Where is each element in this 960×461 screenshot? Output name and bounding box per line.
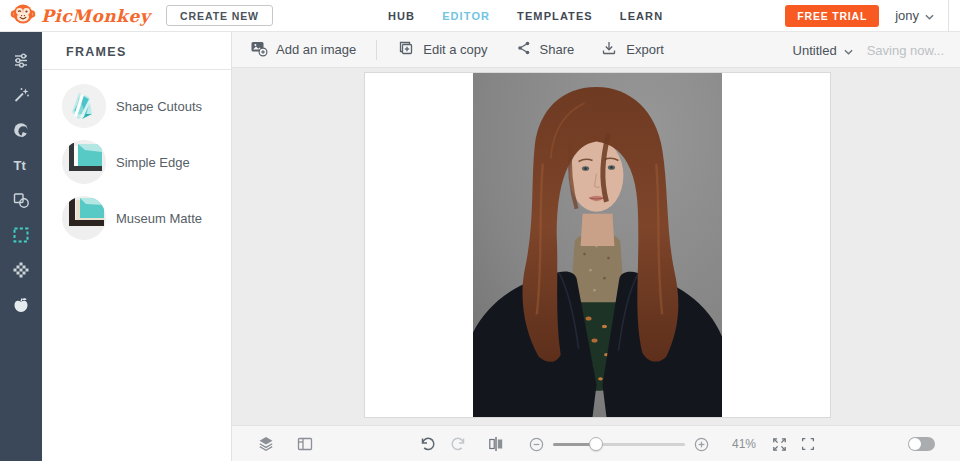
redo-icon[interactable]	[448, 434, 468, 454]
statusbar-left	[256, 426, 315, 461]
shape-cutouts-thumbnail	[62, 84, 106, 128]
zoom-slider[interactable]	[553, 436, 685, 452]
nav-learn[interactable]: LEARN	[620, 10, 663, 22]
rail-item-graphics[interactable]	[0, 184, 42, 219]
free-trial-button[interactable]: FREE TRIAL	[785, 5, 879, 27]
layers-icon[interactable]	[256, 434, 276, 454]
frame-item-label: Simple Edge	[116, 155, 190, 170]
add-image-label: Add an image	[276, 42, 356, 57]
texture-checker-icon	[11, 260, 31, 284]
zoom-slider-track	[597, 443, 685, 446]
expand-fullscreen-icon[interactable]	[770, 435, 789, 454]
frame-list: Shape Cutouts Simple Edge	[42, 70, 231, 246]
chevron-down-icon	[844, 43, 853, 58]
frame-item-simple-edge[interactable]: Simple Edge	[42, 134, 231, 190]
fit-to-screen-icon[interactable]	[799, 435, 817, 453]
create-new-button[interactable]: CREATE NEW	[166, 5, 273, 26]
frame-item-label: Shape Cutouts	[116, 99, 202, 114]
monkey-icon	[10, 1, 36, 31]
edit-copy-button[interactable]: Edit a copy	[397, 39, 487, 60]
rail-item-text[interactable]: Tt	[0, 149, 42, 184]
rail-item-adjustments[interactable]	[0, 44, 42, 79]
zoom-out-icon[interactable]	[528, 436, 545, 453]
editor-main: Add an image Edit a copy	[232, 32, 960, 461]
theme-toggle-switch[interactable]	[908, 437, 935, 451]
rail-item-textures[interactable]	[0, 254, 42, 289]
svg-text:Tt: Tt	[14, 157, 27, 172]
sliders-icon	[11, 50, 31, 74]
compare-flip-icon[interactable]	[486, 434, 506, 454]
export-download-icon	[600, 39, 618, 60]
undo-icon[interactable]	[418, 434, 438, 454]
nav-templates[interactable]: TEMPLATES	[517, 10, 593, 22]
status-bar: 41%	[232, 425, 960, 461]
tool-rail: Tt	[0, 32, 42, 461]
picmonkey-logo[interactable]: PicMonkey	[10, 1, 150, 31]
edit-copy-label: Edit a copy	[423, 42, 487, 57]
shapes-icon	[11, 190, 31, 214]
user-menu[interactable]: jony	[879, 0, 949, 32]
zoom-slider-knob[interactable]	[589, 437, 603, 451]
share-label: Share	[540, 42, 575, 57]
toolbar-right: Untitled Saving now...	[793, 32, 944, 68]
museum-matte-thumbnail	[62, 196, 106, 240]
copy-icon	[397, 39, 415, 60]
nav-editor[interactable]: EDITOR	[442, 10, 490, 22]
portrait-photo[interactable]	[473, 73, 722, 417]
rail-item-effects[interactable]	[0, 79, 42, 114]
apple-icon	[11, 295, 31, 319]
topbar-right: FREE TRIAL jony	[785, 0, 960, 32]
collage-grid-icon[interactable]	[295, 434, 315, 454]
editor-toolbar: Add an image Edit a copy	[232, 32, 960, 68]
top-bar: PicMonkey CREATE NEW HUB EDITOR TEMPLATE…	[0, 0, 960, 32]
toolbar-divider	[376, 40, 377, 60]
frame-item-shape-cutouts[interactable]: Shape Cutouts	[42, 78, 231, 134]
share-icon	[514, 39, 532, 60]
add-image-button[interactable]: Add an image	[250, 39, 356, 60]
saving-status: Saving now...	[867, 43, 944, 58]
text-icon: Tt	[11, 155, 31, 179]
document-title-text: Untitled	[793, 43, 837, 58]
frame-item-label: Museum Matte	[116, 211, 202, 226]
zoom-percentage: 41%	[732, 437, 756, 451]
rail-item-frames[interactable]	[0, 219, 42, 254]
export-button[interactable]: Export	[600, 39, 664, 60]
frame-icon	[11, 225, 31, 249]
document-title[interactable]: Untitled	[793, 43, 853, 58]
export-label: Export	[626, 42, 664, 57]
magic-wand-icon	[11, 85, 31, 109]
picmonkey-editor: PicMonkey CREATE NEW HUB EDITOR TEMPLATE…	[0, 0, 960, 461]
panel-title: FRAMES	[42, 32, 231, 69]
zoom-in-icon[interactable]	[693, 436, 710, 453]
simple-edge-thumbnail	[62, 140, 106, 184]
frame-item-museum-matte[interactable]: Museum Matte	[42, 190, 231, 246]
face-icon	[11, 120, 31, 144]
share-button[interactable]: Share	[514, 39, 575, 60]
toggle-knob	[909, 438, 921, 450]
canvas-area	[232, 68, 960, 425]
username: jony	[895, 8, 919, 23]
logo-wordmark: PicMonkey	[41, 6, 150, 26]
statusbar-center: 41%	[418, 426, 817, 461]
rail-item-themes[interactable]	[0, 289, 42, 324]
chevron-down-icon	[925, 8, 934, 23]
frames-panel: FRAMES Shape Cutouts	[42, 32, 232, 461]
nav-hub[interactable]: HUB	[388, 10, 415, 22]
primary-nav: HUB EDITOR TEMPLATES LEARN	[388, 0, 663, 32]
rail-item-touch-up[interactable]	[0, 114, 42, 149]
canvas-page[interactable]	[365, 73, 830, 417]
add-image-icon	[250, 39, 268, 60]
